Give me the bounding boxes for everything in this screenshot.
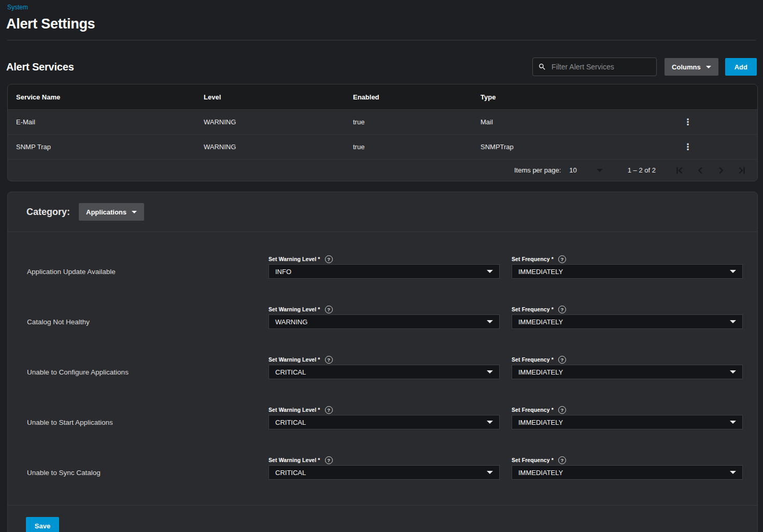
- frequency-value: IMMEDIATELY: [518, 268, 563, 276]
- help-icon[interactable]: ?: [558, 255, 566, 263]
- frequency-label: Set Frequency *: [512, 256, 554, 262]
- chevron-down-icon: [487, 320, 493, 323]
- alert-settings-form: Application Update Available Set Warning…: [8, 232, 757, 480]
- last-page-button[interactable]: [731, 160, 752, 181]
- chevron-left-icon: [695, 165, 706, 176]
- frequency-field: Set Frequency * ? IMMEDIATELY: [512, 405, 743, 429]
- warning-level-select[interactable]: INFO: [269, 264, 500, 279]
- col-header-level: Level: [204, 93, 353, 101]
- warning-level-select[interactable]: CRITICAL: [269, 465, 500, 480]
- frequency-field: Set Frequency * ? IMMEDIATELY: [512, 354, 743, 379]
- frequency-value: IMMEDIATELY: [518, 318, 563, 326]
- table-row: E-Mail WARNING true Mail ⋮: [8, 109, 757, 134]
- cell-enabled: true: [353, 143, 481, 151]
- alert-setting-row: Catalog Not Healthy Set Warning Level * …: [8, 304, 757, 329]
- chevron-down-icon: [730, 270, 736, 273]
- warning-level-field: Set Warning Level * ? CRITICAL: [269, 354, 500, 379]
- frequency-select[interactable]: IMMEDIATELY: [512, 365, 743, 379]
- warning-level-value: WARNING: [275, 318, 307, 326]
- alert-setting-row: Unable to Start Applications Set Warning…: [8, 405, 757, 429]
- frequency-label: Set Frequency *: [512, 306, 554, 312]
- alert-setting-row: Application Update Available Set Warning…: [8, 254, 757, 279]
- add-button-label: Add: [734, 63, 747, 71]
- frequency-label: Set Frequency *: [512, 356, 554, 363]
- breadcrumb-system-link[interactable]: System: [7, 4, 28, 11]
- chevron-down-icon: [730, 370, 736, 373]
- help-icon[interactable]: ?: [558, 356, 566, 364]
- warning-level-value: CRITICAL: [275, 419, 306, 426]
- next-page-button[interactable]: [711, 160, 731, 181]
- col-header-type: Type: [481, 93, 676, 101]
- table-header-row: Service Name Level Enabled Type: [8, 84, 757, 109]
- frequency-value: IMMEDIATELY: [518, 368, 563, 376]
- chevron-down-icon: [706, 66, 711, 68]
- cell-enabled: true: [353, 118, 481, 126]
- warning-level-select[interactable]: CRITICAL: [269, 365, 500, 379]
- warning-level-field: Set Warning Level * ? INFO: [269, 254, 500, 279]
- help-icon[interactable]: ?: [325, 456, 333, 464]
- first-page-button[interactable]: [669, 160, 690, 181]
- frequency-select[interactable]: IMMEDIATELY: [512, 465, 743, 480]
- warning-level-select[interactable]: CRITICAL: [269, 415, 500, 429]
- columns-button[interactable]: Columns: [665, 58, 718, 76]
- chevron-down-icon: [487, 270, 493, 273]
- category-label: Category:: [26, 207, 70, 218]
- warning-level-label: Set Warning Level *: [269, 356, 320, 363]
- cell-type: SNMPTrap: [481, 143, 676, 151]
- alert-setting-row: Unable to Configure Applications Set War…: [8, 354, 757, 379]
- last-page-icon: [736, 165, 747, 176]
- frequency-field: Set Frequency * ? IMMEDIATELY: [512, 254, 743, 279]
- help-icon[interactable]: ?: [325, 356, 333, 364]
- help-icon[interactable]: ?: [558, 456, 566, 464]
- help-icon[interactable]: ?: [558, 406, 566, 414]
- frequency-field: Set Frequency * ? IMMEDIATELY: [512, 455, 743, 480]
- previous-page-button[interactable]: [690, 160, 711, 181]
- warning-level-select[interactable]: WARNING: [269, 314, 500, 329]
- help-icon[interactable]: ?: [325, 306, 333, 313]
- page-title: Alert Settings: [6, 16, 756, 32]
- cell-level: WARNING: [204, 143, 353, 151]
- table-row: SNMP Trap WARNING true SNMPTrap ⋮: [8, 134, 757, 159]
- category-select-button[interactable]: Applications: [79, 203, 144, 221]
- alert-name-label: Unable to Start Applications: [27, 405, 269, 429]
- warning-level-field: Set Warning Level * ? CRITICAL: [269, 455, 500, 480]
- frequency-select[interactable]: IMMEDIATELY: [512, 415, 743, 429]
- frequency-label: Set Frequency *: [512, 407, 554, 413]
- chevron-down-icon: [730, 421, 736, 424]
- first-page-icon: [674, 165, 685, 176]
- warning-level-value: INFO: [275, 268, 291, 276]
- help-icon[interactable]: ?: [325, 406, 333, 414]
- help-icon[interactable]: ?: [558, 306, 566, 313]
- help-icon[interactable]: ?: [325, 255, 333, 263]
- frequency-select[interactable]: IMMEDIATELY: [512, 264, 743, 279]
- alert-setting-row: Unable to Sync Catalog Set Warning Level…: [8, 455, 757, 480]
- header-divider: [7, 40, 756, 40]
- items-per-page-select[interactable]: 10: [569, 166, 602, 174]
- alert-services-toolbar: Alert Services Columns Add: [6, 57, 757, 76]
- add-button[interactable]: Add: [725, 58, 757, 76]
- chevron-down-icon: [132, 211, 137, 213]
- save-button[interactable]: Save: [26, 517, 59, 532]
- chevron-down-icon: [730, 320, 736, 323]
- alert-name-label: Catalog Not Healthy: [27, 304, 269, 329]
- frequency-value: IMMEDIATELY: [518, 469, 563, 477]
- chevron-down-icon: [487, 370, 493, 373]
- col-header-enabled: Enabled: [353, 93, 481, 101]
- row-actions-kebab-icon[interactable]: ⋮: [682, 115, 694, 130]
- items-per-page-value: 10: [569, 166, 576, 174]
- search-icon: [538, 63, 546, 71]
- frequency-label: Set Frequency *: [512, 457, 554, 463]
- warning-level-label: Set Warning Level *: [269, 457, 320, 463]
- filter-alert-services-input[interactable]: [550, 62, 651, 71]
- columns-button-label: Columns: [672, 63, 701, 71]
- row-actions-kebab-icon[interactable]: ⋮: [682, 140, 694, 154]
- frequency-select[interactable]: IMMEDIATELY: [512, 314, 743, 329]
- warning-level-label: Set Warning Level *: [269, 306, 320, 312]
- warning-level-field: Set Warning Level * ? CRITICAL: [269, 405, 500, 429]
- alert-services-table: Service Name Level Enabled Type E-Mail W…: [7, 84, 758, 181]
- chevron-down-icon: [597, 169, 603, 172]
- chevron-down-icon: [730, 471, 736, 474]
- frequency-value: IMMEDIATELY: [518, 419, 563, 426]
- warning-level-label: Set Warning Level *: [269, 256, 320, 262]
- filter-alert-services-box: [532, 57, 657, 76]
